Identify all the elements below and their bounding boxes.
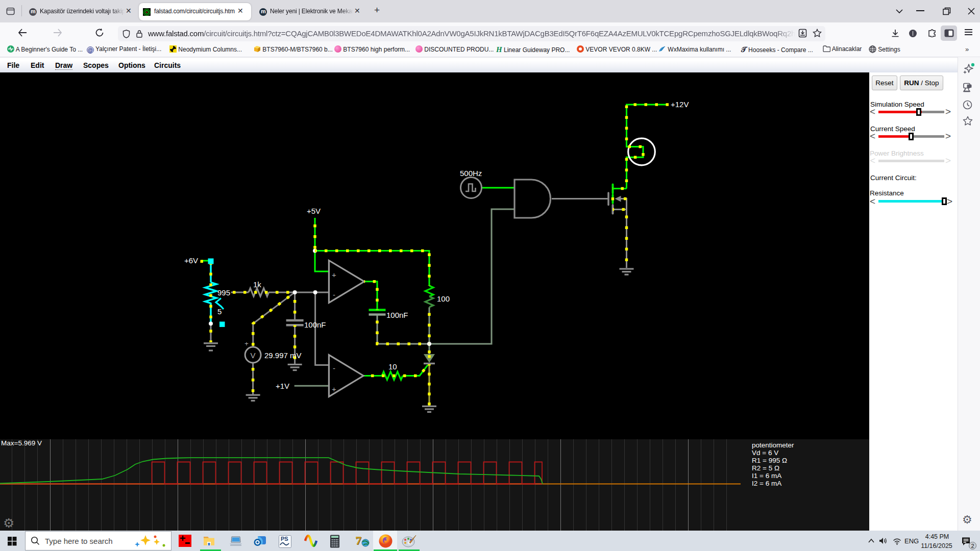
svg-text:+: + — [332, 270, 336, 279]
svg-text:+12V: +12V — [671, 100, 689, 109]
svg-text:+: + — [332, 385, 336, 393]
svg-text:29.997 mV: 29.997 mV — [264, 351, 302, 360]
svg-text:1k: 1k — [253, 280, 261, 289]
svg-text:+: + — [244, 340, 249, 347]
svg-text:+5V: +5V — [307, 207, 321, 215]
svg-text:potentiometer: potentiometer — [752, 441, 794, 449]
svg-text:-: - — [333, 290, 335, 299]
svg-text:⚙: ⚙ — [3, 516, 14, 530]
svg-text:100nF: 100nF — [386, 311, 408, 319]
svg-text:+6V: +6V — [184, 256, 198, 265]
svg-text:I1 = 6 mA: I1 = 6 mA — [752, 472, 781, 480]
svg-text:Max=5.969 V: Max=5.969 V — [1, 439, 42, 447]
svg-text:R2 = 5 Ω: R2 = 5 Ω — [752, 464, 779, 472]
svg-text:Vd = 6 V: Vd = 6 V — [752, 449, 778, 457]
svg-text:100nF: 100nF — [304, 320, 326, 329]
svg-text:995: 995 — [217, 288, 230, 297]
svg-text:PS: PS — [281, 536, 288, 542]
svg-text:500Hz: 500Hz — [460, 169, 482, 178]
svg-text:I2 = 6 mA: I2 = 6 mA — [752, 480, 781, 487]
svg-text:R1 = 995 Ω: R1 = 995 Ω — [752, 457, 787, 464]
svg-text:10: 10 — [388, 362, 397, 371]
svg-text:5: 5 — [217, 307, 222, 316]
svg-text:V: V — [251, 351, 256, 360]
svg-text:+1V: +1V — [276, 382, 289, 390]
svg-text:100: 100 — [437, 294, 450, 303]
svg-text:-: - — [333, 364, 335, 372]
